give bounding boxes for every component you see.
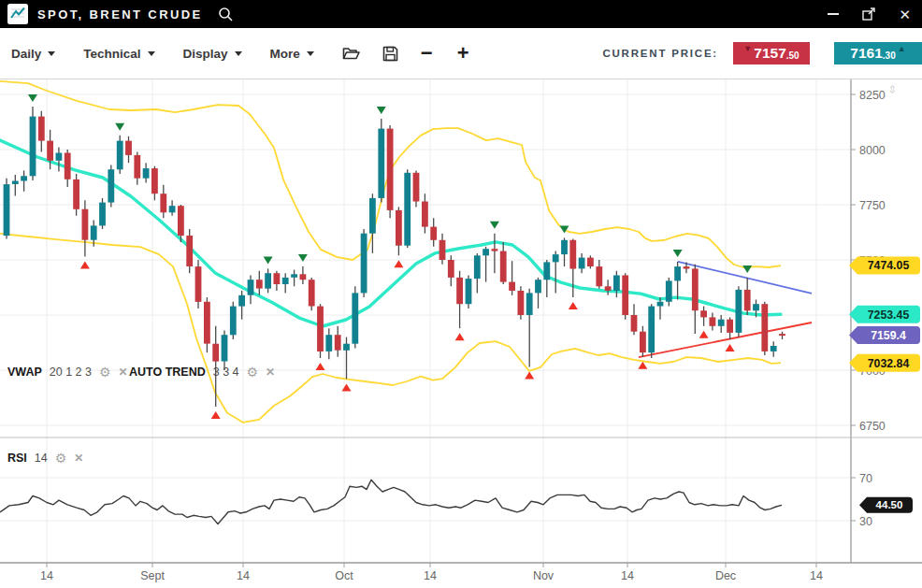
chevron-down-icon [148, 51, 155, 56]
svg-text:44.50: 44.50 [876, 499, 903, 510]
chevron-down-icon [307, 51, 314, 56]
svg-text:Nov: Nov [533, 569, 555, 582]
ask-price-badge: 7161 .30 ▲ [834, 42, 922, 65]
technical-dropdown[interactable]: Technical [83, 47, 154, 61]
rsi-remove-icon[interactable]: ✕ [74, 452, 83, 464]
rsi-params: 14 [35, 452, 48, 465]
svg-text:14: 14 [424, 569, 437, 582]
chart-toolbar: Daily Technical Display More − + CURRENT… [0, 28, 922, 79]
bid-price-decimals: .50 [786, 50, 800, 61]
ask-price-decimals: .30 [883, 50, 896, 61]
vwap-settings-icon[interactable]: ⚙ [99, 366, 111, 379]
arrow-up-icon: ▲ [898, 45, 906, 53]
display-dropdown-label: Display [183, 47, 228, 61]
bid-price-value: 7157 [754, 45, 785, 62]
folder-open-icon [342, 46, 360, 61]
auto-trend-settings-icon[interactable]: ⚙ [247, 366, 259, 379]
svg-text:14: 14 [810, 569, 823, 582]
svg-text:14: 14 [40, 569, 53, 582]
ask-price-value: 7161 [850, 45, 882, 62]
zoom-out-button[interactable]: − [421, 43, 433, 64]
indicator-label-rsi: RSI 14 ⚙ ✕ [7, 452, 83, 465]
close-button[interactable]: ✕ [899, 7, 911, 22]
symbol-title: SPOT, BRENT CRUDE [37, 7, 203, 22]
svg-text:8000: 8000 [859, 144, 886, 157]
svg-text:7750: 7750 [859, 199, 886, 212]
price-chart-canvas[interactable]: 14Sept14Oct14Nov14Dec1482508000775075007… [0, 0, 922, 588]
auto-trend-params: 3 3 4 [213, 366, 239, 379]
timeframe-dropdown[interactable]: Daily [11, 47, 55, 61]
search-icon[interactable] [218, 7, 234, 22]
save-icon [382, 46, 398, 62]
svg-text:6750: 6750 [859, 420, 886, 433]
popout-button[interactable] [861, 7, 876, 22]
open-layout-button[interactable] [342, 46, 360, 61]
chevron-down-icon [48, 51, 55, 56]
svg-text:7253.45: 7253.45 [868, 308, 910, 322]
vwap-name: VWAP [7, 366, 42, 379]
svg-text:⇕: ⇕ [887, 83, 897, 96]
arrow-down-icon: ▼ [743, 45, 752, 53]
svg-text:14: 14 [237, 569, 250, 582]
svg-text:7032.84: 7032.84 [868, 357, 910, 370]
timeframe-dropdown-label: Daily [11, 47, 41, 61]
rsi-name: RSI [7, 452, 27, 465]
more-dropdown[interactable]: More [270, 47, 314, 61]
svg-text:30: 30 [859, 515, 872, 528]
indicator-label-vwap: VWAP 20 1 2 3 ⚙ ✕ [7, 366, 128, 379]
display-dropdown[interactable]: Display [183, 47, 242, 61]
chevron-down-icon [235, 51, 242, 56]
window-titlebar: SPOT, BRENT CRUDE ✕ [0, 0, 922, 28]
svg-text:8250: 8250 [859, 89, 886, 102]
bid-price-badge: ▼ 7157 .50 [733, 42, 810, 65]
svg-text:Dec: Dec [715, 569, 736, 582]
more-dropdown-label: More [270, 47, 300, 61]
svg-text:70: 70 [859, 472, 872, 485]
save-layout-button[interactable] [382, 46, 398, 62]
svg-text:Sept: Sept [140, 569, 165, 582]
rsi-settings-icon[interactable]: ⚙ [55, 452, 67, 465]
zoom-in-button[interactable]: + [457, 43, 469, 64]
indicator-label-auto-trend: AUTO TREND 3 3 4 ⚙ ✕ [129, 366, 275, 379]
svg-text:14: 14 [621, 569, 634, 582]
app-logo-icon [7, 4, 28, 24]
svg-text:7474.05: 7474.05 [868, 259, 910, 272]
auto-trend-name: AUTO TREND [129, 366, 206, 379]
svg-text:7159.4: 7159.4 [871, 329, 906, 342]
vwap-remove-icon[interactable]: ✕ [119, 366, 128, 378]
minimize-button[interactable] [828, 13, 839, 15]
vwap-params: 20 1 2 3 [50, 366, 92, 379]
current-price-label: CURRENT PRICE: [602, 48, 718, 59]
technical-dropdown-label: Technical [83, 47, 140, 61]
svg-text:Oct: Oct [335, 569, 353, 582]
auto-trend-remove-icon[interactable]: ✕ [266, 366, 275, 378]
